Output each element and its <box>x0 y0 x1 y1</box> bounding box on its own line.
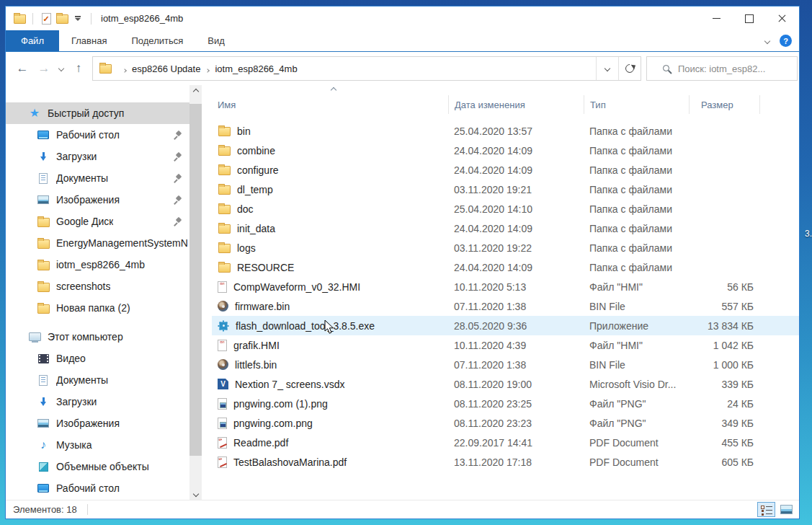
folder-icon <box>218 127 231 136</box>
file-row-resource[interactable]: RESOURCE24.04.2020 14:09Папка с файлами <box>212 257 799 277</box>
minimize-button[interactable] <box>700 6 733 30</box>
sidebar-item-музыка[interactable]: ♪Музыка <box>6 434 189 456</box>
file-row-pngwing-com-png[interactable]: pngwing.com.png08.11.2020 23:23Файл "PNG… <box>212 413 799 433</box>
file-row-logs[interactable]: logs03.11.2020 19:22Папка с файлами <box>212 238 799 257</box>
pictures-icon <box>37 195 49 204</box>
scroll-up-icon[interactable] <box>189 85 202 97</box>
tab-file[interactable]: Файл <box>6 30 59 51</box>
tab-home[interactable]: Главная <box>59 30 119 51</box>
file-row-firmware-bin[interactable]: firmware.bin07.11.2020 1:38BIN File557 К… <box>212 296 799 316</box>
sidebar-item-google-диск[interactable]: Google Диск <box>6 211 189 232</box>
new-folder-quick-button[interactable] <box>54 11 70 27</box>
folder-icon <box>37 283 50 292</box>
file-row-configure[interactable]: configure24.04.2020 14:09Папка с файлами <box>212 160 799 180</box>
file-type: Папка с файлами <box>584 223 689 234</box>
divider <box>32 13 33 25</box>
file-row-dl-temp[interactable]: dl_temp03.11.2020 19:21Папка с файлами <box>212 180 799 199</box>
column-header-type[interactable]: Тип <box>584 95 689 114</box>
sidebar-item-изображения[interactable]: Изображения <box>6 189 189 211</box>
file-name: TestBalashovaMarina.pdf <box>233 456 347 468</box>
column-header-name[interactable]: Имя <box>212 95 448 114</box>
sidebar-item-рабочий-стол[interactable]: Рабочий стол <box>6 124 189 146</box>
folder-icon <box>218 224 231 234</box>
folder-icon <box>218 146 231 156</box>
file-type: Папка с файлами <box>584 164 689 176</box>
breadcrumb-current[interactable]: iotm_esp8266_4mb <box>215 63 297 74</box>
file-row-doc[interactable]: doc25.04.2020 14:10Папка с файлами <box>212 199 799 219</box>
up-button[interactable]: ↑ <box>68 58 89 79</box>
sidebar-item-новая-папка-2[interactable]: Новая папка (2) <box>6 297 189 319</box>
folder-icon <box>37 261 50 270</box>
items-count: Элементов: 18 <box>13 504 77 515</box>
close-button[interactable] <box>766 6 799 30</box>
sidebar-item-energymanagementsystemn[interactable]: EnergyManagementSystemN <box>6 232 189 254</box>
details-view-button[interactable] <box>757 502 775 517</box>
scrollbar-thumb[interactable] <box>189 104 202 456</box>
maximize-button[interactable] <box>733 6 766 30</box>
file-name: flash_download_tool_3.8.5.exe <box>236 320 375 332</box>
back-button[interactable]: ← <box>12 58 33 79</box>
sidebar-item-документы[interactable]: Документы <box>6 369 189 391</box>
properties-quick-button[interactable] <box>38 11 54 27</box>
breadcrumb-parent[interactable]: esp8266 Update <box>132 63 200 74</box>
bin-file-icon <box>218 359 228 370</box>
file-name: CompWaveform_v0_32.HMI <box>233 281 360 293</box>
tab-share[interactable]: Поделиться <box>119 30 195 51</box>
sidebar-item-рабочий-стол[interactable]: Рабочий стол <box>6 477 189 499</box>
address-dropdown-button[interactable] <box>596 57 618 80</box>
sidebar-item-изображения[interactable]: Изображения <box>6 412 189 434</box>
sidebar-scrollbar[interactable] <box>189 85 202 500</box>
sidebar-item-iotm-esp8266-4mb[interactable]: iotm_esp8266_4mb <box>6 254 189 275</box>
sidebar-item-загрузки[interactable]: Загрузки <box>6 146 189 167</box>
refresh-icon <box>624 63 636 75</box>
customize-quick-access-button[interactable] <box>70 11 86 27</box>
file-row-compwaveform-v0-32-hmi[interactable]: CompWaveform_v0_32.HMI10.11.2020 5:13Фай… <box>212 277 799 296</box>
file-type: Папка с файлами <box>584 145 689 156</box>
file-type: Приложение <box>584 320 689 332</box>
recent-locations-button[interactable] <box>55 58 68 79</box>
file-row-flash-download-tool-3-8-5-exe[interactable]: flash_download_tool_3.8.5.exe28.05.2020 … <box>212 316 799 335</box>
folder-icon <box>218 263 231 273</box>
file-row-init-data[interactable]: init_data24.04.2020 14:09Папка с файлами <box>212 219 799 238</box>
file-name: littlefs.bin <box>235 359 277 371</box>
file-name: init_data <box>237 223 275 234</box>
help-button[interactable]: ? <box>780 35 792 47</box>
address-folder-icon <box>99 64 112 74</box>
file-row-littlefs-bin[interactable]: littlefs.bin07.11.2020 1:38BIN File1 000… <box>212 355 799 374</box>
file-date: 07.11.2020 1:38 <box>448 301 584 312</box>
sidebar-item-загрузки[interactable]: Загрузки <box>6 391 189 412</box>
sidebar-group-этот-компьютер[interactable]: Этот компьютер <box>6 326 189 348</box>
sidebar-item-видео[interactable]: Видео <box>6 348 189 369</box>
tab-view[interactable]: Вид <box>195 30 237 51</box>
sidebar-item-объемные-объекты[interactable]: Объемные объекты <box>6 456 189 477</box>
file-type: Файл "HMI" <box>584 281 689 293</box>
file-row-pngwing-com-1-png[interactable]: pngwing.com (1).png08.11.2020 23:25Файл … <box>212 394 799 413</box>
file-row-nextion-7-screens-vsdx[interactable]: VNextion 7_ screens.vsdx08.11.2020 19:00… <box>212 374 799 394</box>
file-row-testbalashovamarina-pdf[interactable]: TestBalashovaMarina.pdf13.11.2020 17:18P… <box>212 452 799 472</box>
pin-icon <box>173 195 182 205</box>
file-type: Папка с файлами <box>584 184 689 195</box>
column-header-date[interactable]: Дата изменения <box>448 95 584 114</box>
forward-button[interactable]: → <box>33 58 55 79</box>
file-row-grafik-hmi[interactable]: grafik.HMI10.11.2020 4:39Файл "HMI"1 042… <box>212 335 799 355</box>
ribbon-expand-icon[interactable] <box>764 38 770 43</box>
sidebar-item-документы[interactable]: Документы <box>6 167 189 189</box>
sidebar-item-screenshots[interactable]: screenshots <box>6 275 189 297</box>
file-row-readme-pdf[interactable]: Readme.pdf22.09.2017 14:41PDF Document45… <box>212 433 799 452</box>
file-size: 339 КБ <box>689 379 759 390</box>
search-box[interactable]: Поиск: iotm_esp82... <box>646 56 798 81</box>
file-row-bin[interactable]: bin25.04.2020 13:57Папка с файлами <box>212 121 799 141</box>
refresh-button[interactable] <box>618 57 641 80</box>
sort-ascending-icon <box>331 87 336 93</box>
thumbnails-view-button[interactable] <box>777 502 795 517</box>
address-bar[interactable]: esp8266 Update iotm_esp8266_4mb <box>92 56 641 81</box>
file-type: BIN File <box>584 359 689 371</box>
file-date: 10.11.2020 4:39 <box>448 340 584 351</box>
scroll-down-icon[interactable] <box>189 488 202 500</box>
chevron-down-icon <box>58 66 64 71</box>
window-title: iotm_esp8266_4mb <box>101 13 183 24</box>
file-date: 24.04.2020 14:09 <box>448 223 584 234</box>
file-row-combine[interactable]: combine24.04.2020 14:09Папка с файлами <box>212 141 799 160</box>
sidebar-group-быстрый-доступ[interactable]: ★Быстрый доступ <box>6 102 189 124</box>
column-header-size[interactable]: Размер <box>689 95 759 114</box>
